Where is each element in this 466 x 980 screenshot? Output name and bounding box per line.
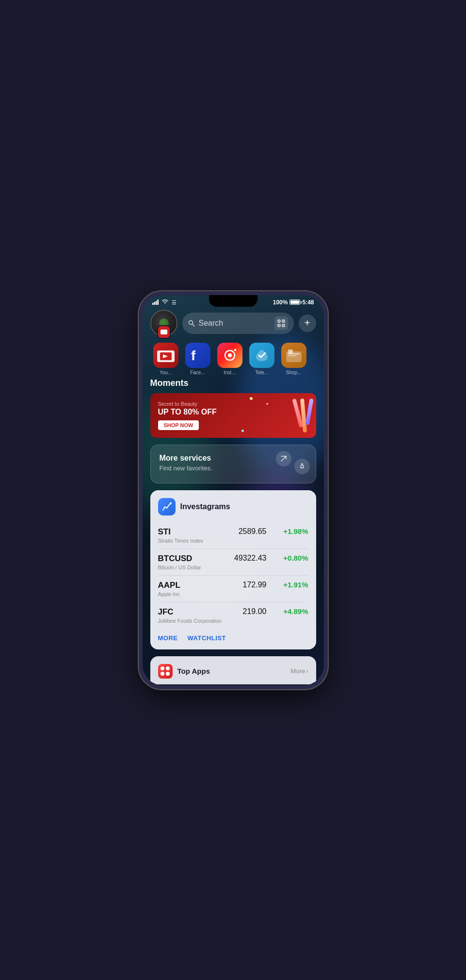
svg-line-6 xyxy=(192,324,194,326)
clock: 5:48 xyxy=(302,299,314,306)
top-apps-more[interactable]: More › xyxy=(291,667,308,675)
svg-rect-13 xyxy=(278,325,279,326)
invest-name: Investagrams xyxy=(180,502,230,511)
battery-percent: 100% xyxy=(273,299,288,306)
app-icon-1[interactable]: You... xyxy=(152,343,179,375)
moments-title: Moments xyxy=(150,378,316,388)
banner-title: UP TO 80% OFF xyxy=(158,408,217,416)
svg-rect-25 xyxy=(288,355,297,356)
moments-banner-text: Secret to Beauty UP TO 80% OFF SHOP NOW xyxy=(158,401,217,430)
status-right: 100% 5:48 xyxy=(273,299,314,306)
svg-rect-14 xyxy=(283,325,284,326)
status-left: ☰ xyxy=(152,299,178,305)
app-icon-3[interactable]: Inst... xyxy=(216,343,243,375)
invest-header: Investagrams xyxy=(158,498,308,515)
bluetooth-icon: ☰ xyxy=(171,299,178,305)
watchlist-link[interactable]: WATCHLIST xyxy=(188,634,226,642)
avatar-small xyxy=(157,325,171,339)
top-apps-title: Top Apps xyxy=(177,667,210,675)
service-btn-share[interactable] xyxy=(294,459,310,474)
app-label-4: Tele... xyxy=(248,370,275,375)
notch xyxy=(209,295,257,307)
banner-subtitle: Secret to Beauty xyxy=(158,401,217,407)
signal-icon xyxy=(152,299,159,305)
search-icon xyxy=(188,320,195,327)
invest-footer: MORE WATCHLIST xyxy=(158,634,308,642)
top-apps-logo xyxy=(158,664,173,679)
phone-frame: ☰ 100% 5:48 xyxy=(139,291,328,689)
stock-row[interactable]: BTCUSD Bitcoin / US Dollar 49322.43 +0.8… xyxy=(158,549,308,576)
app-icon-4[interactable]: Tele... xyxy=(248,343,275,375)
app-label-5: Shop... xyxy=(280,370,307,375)
svg-point-20 xyxy=(228,353,232,357)
svg-rect-24 xyxy=(288,353,300,354)
top-apps-left: Top Apps xyxy=(158,664,210,679)
service-btn-expand[interactable] xyxy=(276,451,291,466)
top-row: Search + xyxy=(150,308,316,337)
battery-icon xyxy=(289,299,300,305)
stock-row[interactable]: JFC Jollibee Foods Corporation 219.00 +4… xyxy=(158,602,308,629)
more-services-card[interactable]: More services Find new favorites. xyxy=(150,445,316,483)
add-button[interactable]: + xyxy=(299,315,316,332)
invest-logo xyxy=(158,498,176,515)
phone-screen: ☰ 100% 5:48 xyxy=(143,295,324,685)
svg-point-26 xyxy=(301,465,304,468)
svg-rect-2 xyxy=(156,301,157,305)
svg-rect-21 xyxy=(234,349,236,351)
banner-decoration xyxy=(296,399,311,432)
svg-rect-3 xyxy=(157,299,159,305)
svg-rect-1 xyxy=(154,302,155,305)
stock-row[interactable]: AAPL Apple Inc 172.99 +1.91% xyxy=(158,576,308,602)
svg-text:☰: ☰ xyxy=(172,299,177,305)
top-apps-header: Top Apps More › xyxy=(158,664,308,679)
scan-icon[interactable] xyxy=(274,316,288,330)
app-icons-row: You... f Face... xyxy=(150,343,316,375)
svg-rect-23 xyxy=(288,349,293,353)
shop-now-button[interactable]: SHOP NOW xyxy=(158,420,199,430)
svg-rect-12 xyxy=(283,320,284,321)
app-label-1: You... xyxy=(152,370,179,375)
investagrams-card: Investagrams STI Straits Times Index 258… xyxy=(150,490,316,649)
top-apps-card: Top Apps More › xyxy=(150,656,316,684)
stock-row[interactable]: STI Straits Times Index 2589.65 +1.98% xyxy=(158,522,308,549)
stock-list: STI Straits Times Index 2589.65 +1.98% B… xyxy=(158,522,308,629)
app-label-3: Inst... xyxy=(216,370,243,375)
avatar-stack[interactable] xyxy=(150,310,177,337)
app-icon-2[interactable]: f Face... xyxy=(184,343,211,375)
svg-rect-11 xyxy=(278,320,279,321)
svg-point-27 xyxy=(170,502,172,504)
main-content: Search + xyxy=(143,308,324,684)
more-link[interactable]: MORE xyxy=(158,634,178,642)
search-bar[interactable]: Search xyxy=(182,313,294,334)
app-label-2: Face... xyxy=(184,370,211,375)
app-icon-5[interactable]: Shop... xyxy=(280,343,307,375)
svg-rect-0 xyxy=(152,303,154,305)
search-input-placeholder: Search xyxy=(199,319,271,328)
moments-banner[interactable]: Secret to Beauty UP TO 80% OFF SHOP NOW xyxy=(150,393,316,438)
svg-text:f: f xyxy=(191,348,196,363)
wifi-icon xyxy=(162,299,168,305)
